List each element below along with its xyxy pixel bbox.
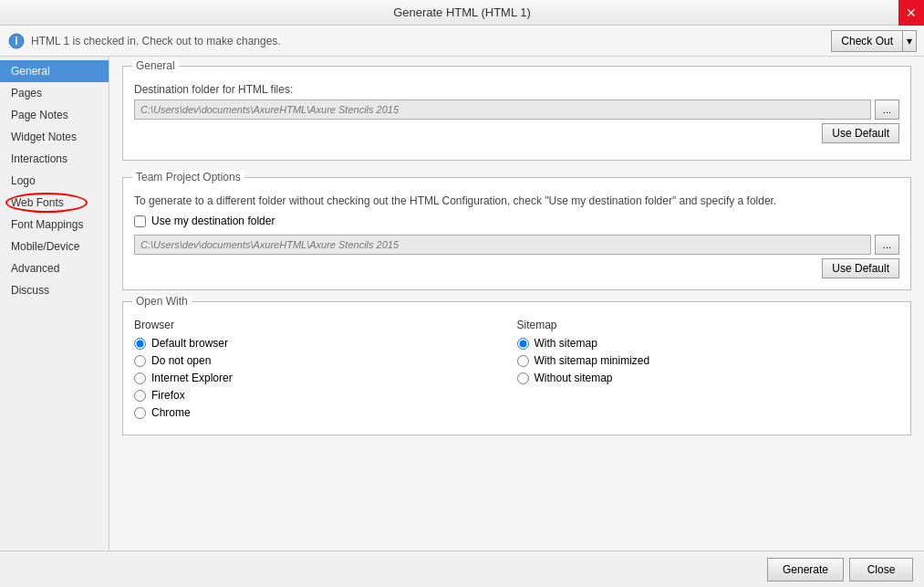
radio-firefox-label[interactable]: Firefox <box>151 389 185 402</box>
team-project-legend: Team Project Options <box>132 171 244 183</box>
team-browse-button[interactable]: ... <box>875 235 899 255</box>
general-section: General Destination folder for HTML file… <box>122 66 911 161</box>
radio-without-sitemap: Without sitemap <box>517 372 900 384</box>
use-destination-checkbox[interactable] <box>134 215 146 227</box>
sidebar-item-pages[interactable]: Pages <box>0 82 109 104</box>
checkout-button[interactable]: Check Out <box>831 30 903 52</box>
generate-button[interactable]: Generate <box>767 558 844 582</box>
radio-with-sitemap-label[interactable]: With sitemap <box>535 337 597 350</box>
team-destination-input-row: ... <box>134 235 899 255</box>
open-with-legend: Open With <box>132 295 192 308</box>
destination-label: Destination folder for HTML files: <box>134 83 899 96</box>
svg-text:i: i <box>15 35 17 47</box>
radio-default-browser-input[interactable] <box>134 338 146 350</box>
use-destination-label[interactable]: Use my destination folder <box>151 215 275 227</box>
team-project-section: Team Project Options To generate to a di… <box>122 177 911 290</box>
toolbar-info-text: HTML 1 is checked in. Check out to make … <box>31 35 825 47</box>
radio-with-sitemap-input[interactable] <box>517 338 529 350</box>
sidebar-item-page-notes[interactable]: Page Notes <box>0 104 109 126</box>
radio-do-not-open-label[interactable]: Do not open <box>151 354 211 367</box>
radio-without-sitemap-label[interactable]: Without sitemap <box>535 372 613 384</box>
chevron-down-icon: ▾ <box>907 35 912 47</box>
radio-sitemap-minimized: With sitemap minimized <box>517 354 900 367</box>
browser-column: Browser Default browser Do not open Inte… <box>134 319 517 424</box>
radio-sitemap-minimized-label[interactable]: With sitemap minimized <box>535 354 650 367</box>
team-destination-input[interactable] <box>134 235 871 255</box>
open-with-section: Open With Browser Default browser Do not… <box>122 301 911 435</box>
radio-firefox-input[interactable] <box>134 390 146 402</box>
radio-chrome-label[interactable]: Chrome <box>151 406 191 419</box>
sidebar-item-discuss[interactable]: Discuss <box>0 279 109 301</box>
radio-chrome-input[interactable] <box>134 407 146 419</box>
destination-input-row: ... <box>134 100 899 120</box>
sitemap-column: Sitemap With sitemap With sitemap minimi… <box>517 319 900 424</box>
close-button[interactable]: ✕ <box>898 0 924 26</box>
radio-ie-label[interactable]: Internet Explorer <box>151 372 233 384</box>
title-text: Generate HTML (HTML 1) <box>393 5 531 19</box>
use-destination-checkbox-row: Use my destination folder <box>134 215 899 227</box>
radio-chrome: Chrome <box>134 406 517 419</box>
team-use-default-button[interactable]: Use Default <box>822 258 899 278</box>
sidebar: General Pages Page Notes Widget Notes In… <box>0 57 109 550</box>
sidebar-item-web-fonts[interactable]: Web Fonts <box>0 192 109 214</box>
radio-ie-input[interactable] <box>134 372 146 384</box>
info-icon: i <box>7 32 26 50</box>
checkout-dropdown-button[interactable]: ▾ <box>903 30 917 52</box>
checkout-button-group: Check Out ▾ <box>831 30 917 52</box>
sitemap-header: Sitemap <box>517 319 900 331</box>
destination-browse-button[interactable]: ... <box>875 100 899 120</box>
sidebar-item-mobile-device[interactable]: Mobile/Device <box>0 236 109 257</box>
content-area: General Destination folder for HTML file… <box>109 57 924 550</box>
toolbar: i HTML 1 is checked in. Check out to mak… <box>0 26 924 57</box>
radio-default-browser: Default browser <box>134 337 517 350</box>
radio-with-sitemap: With sitemap <box>517 337 900 350</box>
sidebar-item-advanced[interactable]: Advanced <box>0 257 109 279</box>
destination-use-default-button[interactable]: Use Default <box>822 123 899 143</box>
team-project-description: To generate to a different folder withou… <box>134 194 899 207</box>
radio-without-sitemap-input[interactable] <box>517 372 529 384</box>
browser-header: Browser <box>134 319 517 331</box>
radio-default-browser-label[interactable]: Default browser <box>151 337 228 350</box>
radio-do-not-open-input[interactable] <box>134 355 146 367</box>
sidebar-item-interactions[interactable]: Interactions <box>0 148 109 170</box>
main-content: General Pages Page Notes Widget Notes In… <box>0 57 924 550</box>
open-with-columns: Browser Default browser Do not open Inte… <box>134 319 899 424</box>
title-bar: Generate HTML (HTML 1) ✕ <box>0 0 924 26</box>
sidebar-item-general[interactable]: General <box>0 60 109 82</box>
radio-sitemap-minimized-input[interactable] <box>517 355 529 367</box>
destination-field: Destination folder for HTML files: ... U… <box>134 83 899 143</box>
radio-do-not-open: Do not open <box>134 354 517 367</box>
general-legend: General <box>132 59 179 72</box>
sidebar-item-font-mappings[interactable]: Font Mappings <box>0 214 109 236</box>
destination-input[interactable] <box>134 100 871 120</box>
sidebar-item-logo[interactable]: Logo <box>0 170 109 192</box>
radio-firefox: Firefox <box>134 389 517 402</box>
sidebar-item-widget-notes[interactable]: Widget Notes <box>0 126 109 148</box>
close-dialog-button[interactable]: Close <box>849 558 913 582</box>
bottom-bar: Generate Close <box>0 550 924 587</box>
radio-ie: Internet Explorer <box>134 372 517 384</box>
